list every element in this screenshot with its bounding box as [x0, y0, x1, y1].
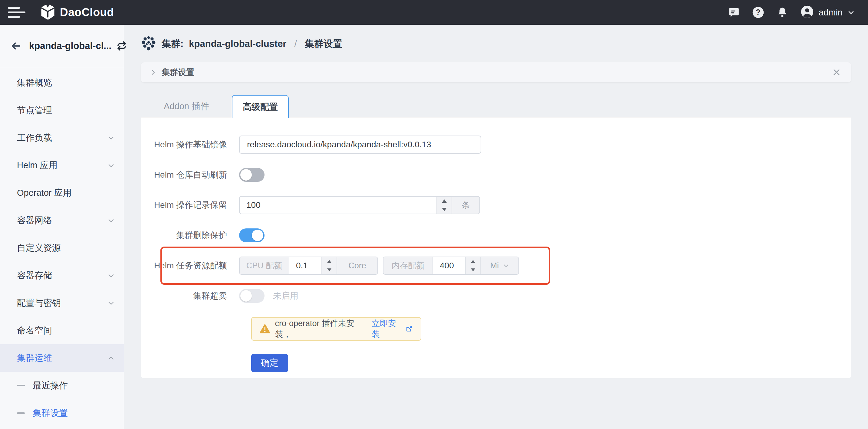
dash-marker: [17, 412, 25, 414]
spin-down-icon[interactable]: [322, 266, 337, 274]
chevron-right-icon[interactable]: [150, 69, 157, 76]
oversell-toggle[interactable]: [239, 289, 265, 303]
warning-text: cro-operator 插件未安装，: [275, 318, 367, 340]
form-row-repo-refresh: Helm 仓库自动刷新: [141, 166, 851, 184]
quota-controls: CPU 配额 Core 内存配额 Mi: [239, 257, 519, 275]
field-label: 集群超卖: [141, 290, 239, 302]
tab-addon-plugins[interactable]: Addon 插件: [141, 95, 232, 118]
external-link-icon: [405, 325, 413, 333]
field-label: Helm 操作记录保留: [141, 199, 239, 211]
menu-icon[interactable]: [0, 0, 21, 25]
close-icon[interactable]: [831, 66, 843, 78]
top-bar: DaoCloud ?: [0, 0, 868, 25]
number-spinner: [321, 257, 337, 274]
brand-name: DaoCloud: [60, 6, 114, 19]
history-number-group: 条: [239, 196, 480, 214]
notifications-bell-icon[interactable]: [776, 6, 788, 19]
form-row-quota: Helm 任务资源配额 CPU 配额 Core 内存配额: [141, 257, 851, 275]
advanced-config-panel: Helm 操作基础镜像 Helm 仓库自动刷新 Helm 操作记录保留 条 集群…: [141, 118, 851, 378]
chevron-down-icon: [107, 134, 115, 141]
toggle-knob: [252, 230, 263, 241]
sidebar-item-config-secrets[interactable]: 配置与密钥: [0, 289, 124, 317]
field-label: Helm 操作基础镜像: [141, 139, 239, 151]
chevron-up-icon: [107, 355, 115, 362]
toggle-knob: [240, 169, 252, 180]
spin-down-icon[interactable]: [437, 205, 452, 213]
breadcrumb-current: 集群设置: [305, 37, 342, 50]
breadcrumb-cluster-link[interactable]: kpanda-global-cluster: [189, 38, 286, 49]
sidebar-item-helm-apps[interactable]: Helm 应用: [0, 152, 124, 179]
cpu-quota-input[interactable]: [289, 257, 321, 274]
memory-unit-select[interactable]: Mi: [480, 257, 519, 274]
chevron-down-icon: [107, 162, 115, 169]
tab-advanced-config[interactable]: 高级配置: [232, 95, 289, 118]
chevron-down-icon: [107, 217, 115, 224]
breadcrumb-separator: /: [294, 39, 297, 49]
settings-panel-header: 集群设置: [141, 62, 851, 82]
cpu-quota-prefix: CPU 配额: [240, 257, 289, 274]
repo-refresh-toggle[interactable]: [239, 168, 265, 182]
history-unit-addon: 条: [452, 197, 479, 213]
helm-image-input[interactable]: [239, 136, 481, 154]
sidebar-item-custom-resources[interactable]: 自定义资源: [0, 234, 124, 262]
form-row-history: Helm 操作记录保留 条: [141, 196, 851, 214]
cpu-unit-addon: Core: [337, 257, 377, 274]
sidebar-item-node-management[interactable]: 节点管理: [0, 97, 124, 124]
toggle-knob: [240, 290, 252, 302]
brand-logo[interactable]: DaoCloud: [40, 3, 114, 22]
oversell-status: 未启用: [273, 290, 299, 302]
memory-quota-input[interactable]: [433, 257, 465, 274]
sidebar-item-cluster-overview[interactable]: 集群概览: [0, 69, 124, 97]
sidebar-item-operator-apps[interactable]: Operator 应用: [0, 179, 124, 207]
spin-down-icon[interactable]: [466, 266, 480, 274]
delete-protect-toggle[interactable]: [239, 228, 265, 242]
form-row-helm-image: Helm 操作基础镜像: [141, 136, 851, 154]
breadcrumb: 集群: kpanda-global-cluster / 集群设置: [141, 25, 851, 53]
form-row-delete-protect: 集群删除保护: [141, 226, 851, 244]
cluster-dots-icon: [141, 36, 156, 52]
field-label: 集群删除保护: [141, 230, 239, 241]
chevron-down-icon: [847, 9, 855, 16]
sidebar-subitem-recent-operations[interactable]: 最近操作: [0, 372, 124, 399]
form-row-oversell: 集群超卖 未启用: [141, 287, 851, 305]
switch-cluster-icon[interactable]: [116, 40, 127, 52]
sidebar-header: kpanda-global-cl...: [0, 25, 124, 67]
avatar: [801, 5, 814, 20]
cpu-quota-group: CPU 配额 Core: [239, 257, 378, 275]
spin-up-icon[interactable]: [322, 257, 337, 266]
confirm-button[interactable]: 确定: [251, 354, 288, 372]
sidebar-item-workloads[interactable]: 工作负载: [0, 124, 124, 152]
daocloud-cube-icon: [40, 3, 56, 22]
warning-triangle-icon: [260, 324, 270, 334]
memory-quota-prefix: 内存配额: [383, 257, 433, 274]
current-cluster-name: kpanda-global-cl...: [29, 40, 112, 52]
breadcrumb-prefix: 集群:: [162, 37, 183, 50]
field-label: Helm 仓库自动刷新: [141, 169, 239, 180]
chevron-down-icon: [107, 272, 115, 279]
number-spinner: [436, 197, 452, 213]
back-arrow-icon[interactable]: [9, 39, 22, 53]
tab-strip: Addon 插件 高级配置: [141, 95, 851, 118]
main-content: 集群: kpanda-global-cluster / 集群设置 集群设置 Ad…: [124, 25, 868, 429]
sidebar-subitem-cluster-settings[interactable]: 集群设置: [0, 399, 124, 427]
help-icon[interactable]: ?: [752, 6, 764, 19]
memory-quota-group: 内存配额 Mi: [383, 257, 519, 275]
sidebar-item-container-network[interactable]: 容器网络: [0, 207, 124, 234]
spin-up-icon[interactable]: [466, 257, 480, 266]
sidebar-item-container-storage[interactable]: 容器存储: [0, 262, 124, 289]
spin-up-icon[interactable]: [437, 197, 452, 205]
history-input[interactable]: [240, 197, 436, 213]
sidebar: kpanda-global-cl... 集群概览 节点管理 工作负载 Helm …: [0, 25, 124, 429]
install-now-link[interactable]: 立即安装: [372, 318, 413, 340]
svg-text:?: ?: [756, 8, 760, 16]
feedback-icon[interactable]: [728, 6, 740, 19]
chevron-down-icon: [107, 299, 115, 307]
sidebar-item-cluster-ops[interactable]: 集群运维: [0, 344, 124, 372]
field-label: Helm 任务资源配额: [141, 260, 239, 271]
dash-marker: [17, 385, 25, 386]
chevron-down-icon: [503, 263, 509, 269]
sidebar-menu: 集群概览 节点管理 工作负载 Helm 应用 Operator 应用 容器网络 …: [0, 67, 124, 427]
user-menu[interactable]: admin: [801, 5, 855, 20]
sidebar-item-namespaces[interactable]: 命名空间: [0, 317, 124, 344]
panel-title: 集群设置: [162, 67, 194, 78]
